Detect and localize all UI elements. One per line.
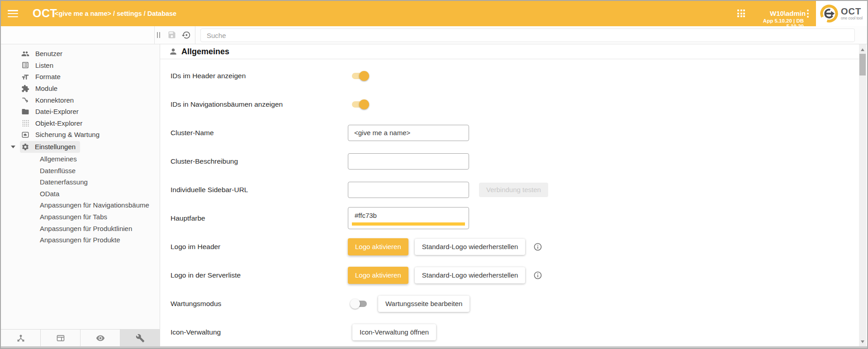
sidebar-subitem-odata[interactable]: OData xyxy=(1,188,160,200)
sidebar-item-sicherung-wartung[interactable]: Sicherung & Wartung xyxy=(1,129,160,141)
sidebar-item-listen[interactable]: Listen xyxy=(1,60,160,71)
scrollbar-thumb[interactable] xyxy=(859,54,866,75)
setting-row-ids-nav: IDs in Navigationsbäumen anzeigen xyxy=(160,90,859,118)
list-icon xyxy=(21,61,29,69)
divider xyxy=(195,26,195,44)
eye-icon xyxy=(96,334,105,343)
setting-label: Hauptfarbe xyxy=(160,214,348,222)
setting-row-icon-management: Icon-Verwaltung Icon-Verwaltung öffnen xyxy=(160,318,859,346)
grid-dots-icon xyxy=(21,119,29,127)
sidebar-item-einstellungen[interactable]: Einstellungen xyxy=(1,141,160,153)
sidebar-item-label: Objekt-Explorer xyxy=(35,119,82,127)
users-icon xyxy=(21,50,29,58)
restore-default-logo-header-button[interactable]: Standard-Logo wiederherstellen xyxy=(415,239,526,255)
table-icon xyxy=(56,334,65,343)
setting-row-logo-header: Logo im Header Logo aktivieren Standard-… xyxy=(160,232,859,261)
activate-logo-serverlist-button[interactable]: Logo aktivieren xyxy=(348,267,408,284)
table-view-button[interactable] xyxy=(41,330,81,346)
sidebar-url-input[interactable] xyxy=(348,182,469,198)
backup-icon xyxy=(21,131,29,139)
sidebar-footer-toolbar xyxy=(1,329,160,346)
vertical-scrollbar[interactable] xyxy=(859,44,866,346)
sidebar-item-label: Formate xyxy=(35,73,61,80)
nav-tree: Benutzer Listen Formate Module xyxy=(1,44,160,246)
user-menu[interactable]: W10\admin xyxy=(770,9,806,17)
ids-nav-toggle[interactable] xyxy=(351,99,368,109)
main-color-swatch xyxy=(352,222,465,226)
setting-label: Cluster-Name xyxy=(160,129,348,137)
preview-button[interactable] xyxy=(81,330,120,346)
sidebar-subitem-datenerfassung[interactable]: Datenerfassung xyxy=(1,176,160,188)
top-toolbar xyxy=(1,26,867,44)
setting-label: IDs im Header anzeigen xyxy=(160,72,348,80)
sidebar-item-module[interactable]: Module xyxy=(1,83,160,94)
sidebar-item-formate[interactable]: Formate xyxy=(1,71,160,83)
sidebar-subitem-datenfluesse[interactable]: Datenflüsse xyxy=(1,165,160,176)
scroll-down-arrow-icon[interactable] xyxy=(861,340,864,343)
apps-grid-icon[interactable] xyxy=(737,9,745,17)
restore-default-logo-serverlist-button[interactable]: Standard-Logo wiederherstellen xyxy=(415,267,526,283)
app-header: OCT <give me a name> / settings / Databa… xyxy=(1,1,816,26)
logo-tagline: one cool tool xyxy=(841,16,863,20)
setting-row-logo-serverlist: Logo in der Serverliste Logo aktivieren … xyxy=(160,261,859,289)
main-color-input[interactable]: #ffc73b xyxy=(348,207,469,229)
setting-label: Cluster-Beschreibung xyxy=(160,157,348,165)
settings-rows: IDs im Header anzeigen IDs in Navigation… xyxy=(160,59,859,346)
setting-label: Wartungsmodus xyxy=(160,300,348,308)
logo-text: OCT xyxy=(841,7,863,16)
edit-maintenance-page-button[interactable]: Wartungsseite bearbeiten xyxy=(378,296,470,312)
save-icon[interactable] xyxy=(167,30,176,41)
admin-tools-button[interactable] xyxy=(120,330,160,346)
maintenance-toggle[interactable] xyxy=(351,299,368,309)
sidebar-subitem-anpassungen-produktlinien[interactable]: Anpassungen für Produktlinien xyxy=(1,222,160,234)
app-window: OCT <give me a name> / settings / Databa… xyxy=(0,0,868,349)
oct-logo-icon xyxy=(820,4,839,23)
folder-icon xyxy=(21,108,29,116)
connector-icon xyxy=(21,96,29,104)
cluster-description-input[interactable] xyxy=(348,153,469,170)
cluster-name-input[interactable] xyxy=(348,125,469,141)
scroll-up-arrow-icon[interactable] xyxy=(861,48,864,51)
sidebar-item-label: Benutzer xyxy=(35,50,62,57)
sidebar-item-label: Sicherung & Wartung xyxy=(35,131,100,138)
splitter-handle[interactable] xyxy=(157,32,160,38)
setting-label: Logo im Header xyxy=(160,243,348,251)
sidebar-item-datei-explorer[interactable]: Datei-Explorer xyxy=(1,106,160,118)
setting-label: Logo in der Serverliste xyxy=(160,271,348,279)
setting-label: IDs in Navigationsbäumen anzeigen xyxy=(160,100,348,108)
breadcrumb[interactable]: <give me a name> / settings / Database xyxy=(55,10,176,17)
sidebar-subitem-anpassungen-navigationsbaeume[interactable]: Anpassungen für Navigationsbäume xyxy=(1,199,160,211)
sidebar-item-objekt-explorer[interactable]: Objekt-Explorer xyxy=(1,118,160,129)
sidebar-item-label: Listen xyxy=(35,61,53,69)
sidebar-subitem-allgemeines[interactable]: Allgemeines xyxy=(1,153,160,165)
main-color-value: #ffc73b xyxy=(355,212,377,219)
wrench-icon xyxy=(136,334,145,343)
setting-row-main-color: Hauptfarbe #ffc73b xyxy=(160,204,859,232)
chevron-down-icon[interactable] xyxy=(11,146,15,148)
history-restore-icon[interactable] xyxy=(181,30,191,42)
info-icon[interactable] xyxy=(533,242,542,251)
activate-logo-header-button[interactable]: Logo aktivieren xyxy=(348,238,408,255)
setting-label: Icon-Verwaltung xyxy=(160,328,348,336)
brand-logo: OCT one cool tool xyxy=(816,1,867,26)
open-icon-management-button[interactable]: Icon-Verwaltung öffnen xyxy=(352,324,436,340)
hamburger-menu-icon[interactable] xyxy=(8,10,18,18)
kebab-menu-icon[interactable] xyxy=(807,9,809,18)
setting-label: Individuelle Sidebar-URL xyxy=(160,186,348,194)
window-bottom-edge xyxy=(1,346,867,348)
test-connection-button[interactable]: Verbindung testen xyxy=(479,183,548,197)
search-input[interactable] xyxy=(200,28,855,42)
person-icon xyxy=(169,47,178,56)
sidebar-subitem-anpassungen-produkte[interactable]: Anpassungen für Produkte xyxy=(1,234,160,246)
sidebar-item-label: Einstellungen xyxy=(35,143,76,151)
sidebar-subitem-anpassungen-tabs[interactable]: Anpassungen für Tabs xyxy=(1,211,160,223)
sidebar-item-konnektoren[interactable]: Konnektoren xyxy=(1,94,160,106)
ids-header-toggle[interactable] xyxy=(351,71,368,81)
sidebar-item-benutzer[interactable]: Benutzer xyxy=(1,48,160,60)
hierarchy-view-button[interactable] xyxy=(1,330,41,346)
setting-row-cluster-description: Cluster-Beschreibung xyxy=(160,147,859,175)
info-icon[interactable] xyxy=(533,271,542,280)
puzzle-icon xyxy=(21,85,29,93)
section-title: Allgemeines xyxy=(181,47,229,57)
app-title: OCT xyxy=(33,7,57,20)
